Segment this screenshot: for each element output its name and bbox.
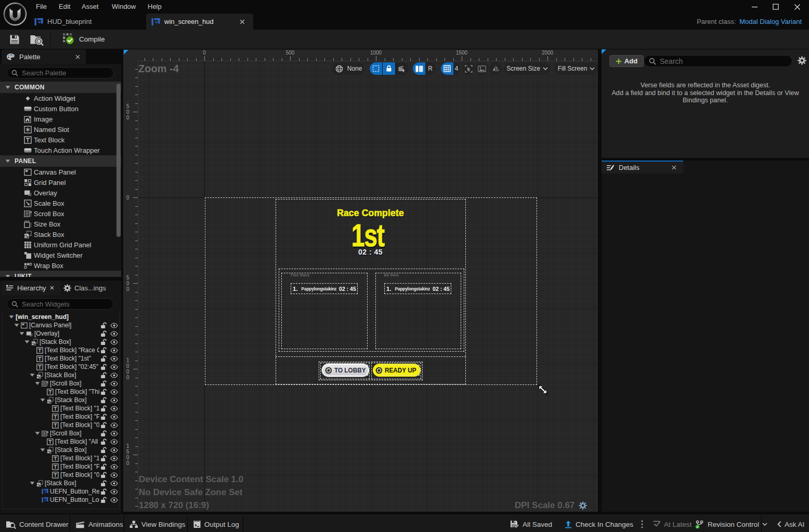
tab-palette[interactable]: Palette: [2, 49, 86, 64]
unlock-icon[interactable]: [100, 347, 107, 354]
statusbar-check-in-changes[interactable]: Check In Changes: [558, 515, 633, 532]
palette-item-wrap-box[interactable]: Wrap Box: [0, 260, 121, 271]
palette-item-scroll-box[interactable]: Scroll Box: [0, 208, 121, 219]
menu-edit[interactable]: Edit: [54, 0, 75, 14]
hierarchy-row[interactable]: [Stack Box]: [3, 396, 119, 404]
panel-splitter[interactable]: [602, 158, 809, 161]
expander-triangle-icon[interactable]: [40, 398, 45, 402]
hierarchy-row[interactable]: [Overlay]: [3, 329, 119, 338]
expander-triangle-icon[interactable]: [40, 448, 45, 452]
visibility-eye-icon[interactable]: [110, 373, 118, 378]
verse-search-input[interactable]: Search: [644, 55, 792, 67]
close-details-icon[interactable]: [672, 165, 676, 170]
to-lobby-button[interactable]: TO LOBBY: [322, 364, 369, 377]
palette-item-canvas-panel[interactable]: Canvas Panel: [0, 167, 121, 177]
palette-item-size-box[interactable]: Size Box: [0, 219, 121, 229]
add-field-button[interactable]: Add: [609, 55, 644, 67]
palette-section-uikit[interactable]: UIKIT: [0, 271, 121, 277]
unlock-icon[interactable]: [100, 455, 107, 462]
unlock-icon[interactable]: [100, 472, 107, 478]
hierarchy-row[interactable]: [Stack Box]: [3, 479, 119, 487]
unlock-icon[interactable]: [100, 397, 107, 404]
visibility-eye-icon[interactable]: [110, 397, 118, 403]
expander-triangle-icon[interactable]: [9, 315, 14, 319]
visibility-eye-icon[interactable]: [110, 331, 118, 337]
unlock-icon[interactable]: [100, 447, 107, 454]
unlock-icon[interactable]: [100, 438, 107, 445]
statusbar-animations[interactable]: Animations: [70, 515, 124, 532]
panel-splitter[interactable]: [121, 49, 123, 513]
visibility-eye-icon[interactable]: [110, 497, 118, 503]
hierarchy-row[interactable]: [Text Block] "All t: [3, 437, 119, 446]
visibility-eye-icon[interactable]: [110, 489, 118, 495]
hierarchy-row[interactable]: [Text Block] "Pa: [3, 462, 119, 471]
visibility-eye-icon[interactable]: [110, 406, 118, 411]
statusbar-content-drawer[interactable]: Content Drawer: [0, 515, 70, 532]
unlock-icon[interactable]: [100, 372, 107, 379]
visibility-eye-icon[interactable]: [110, 464, 118, 470]
expander-triangle-icon[interactable]: [14, 323, 19, 327]
hierarchy-row[interactable]: [Text Block] "Pa: [3, 413, 119, 421]
visibility-eye-icon[interactable]: [110, 439, 118, 445]
palette-item-overlay[interactable]: Overlay: [0, 188, 121, 198]
unlock-icon[interactable]: [100, 380, 107, 387]
visibility-eye-icon[interactable]: [110, 447, 118, 453]
statusbar-more[interactable]: [635, 515, 646, 532]
unlock-icon[interactable]: [100, 414, 107, 420]
menu-file[interactable]: File: [31, 0, 51, 14]
palette-search-input[interactable]: Search Palette: [7, 67, 114, 78]
compile-button[interactable]: Compile: [62, 33, 105, 46]
hierarchy-row[interactable]: [Canvas Panel]: [3, 321, 119, 329]
expander-triangle-icon[interactable]: [35, 431, 40, 435]
visibility-eye-icon[interactable]: [110, 356, 118, 362]
close-window-button[interactable]: [788, 1, 806, 13]
visibility-eye-icon[interactable]: [110, 381, 118, 387]
save-icon[interactable]: [9, 34, 20, 45]
verse-settings-gear-icon[interactable]: [798, 56, 806, 65]
visibility-eye-icon[interactable]: [110, 481, 118, 486]
ready-up-button[interactable]: READY UP: [373, 364, 421, 377]
statusbar-at-latest[interactable]: At Latest: [647, 515, 688, 532]
unlock-icon[interactable]: [100, 430, 107, 437]
hierarchy-row[interactable]: [win_screen_hud]: [3, 313, 119, 321]
statusbar-view-bindings[interactable]: View Bindings: [124, 515, 187, 532]
browse-to-asset-icon[interactable]: [30, 34, 44, 46]
hierarchy-row[interactable]: [Scroll Box]: [3, 429, 119, 437]
close-hierarchy-icon[interactable]: [50, 286, 54, 290]
tab-class-settings[interactable]: Clas...ings: [61, 281, 113, 295]
menu-window[interactable]: Window: [107, 0, 140, 14]
palette-item-grid-panel[interactable]: Grid Panel: [0, 177, 121, 188]
menu-asset[interactable]: Asset: [77, 0, 103, 14]
palette-item-stack-box[interactable]: Stack Box: [0, 229, 121, 240]
hierarchy-row[interactable]: [Text Block] "Thi: [3, 388, 119, 396]
unlock-icon[interactable]: [100, 422, 107, 429]
visibility-eye-icon[interactable]: [110, 323, 118, 328]
tab-hud-blueprint[interactable]: HUD_blueprint: [34, 14, 92, 30]
designer-viewport[interactable]: 0500100015002000 500050010001500 Zoom -4…: [123, 49, 598, 512]
dpi-gear-icon[interactable]: [579, 501, 587, 510]
visibility-eye-icon[interactable]: [110, 389, 118, 395]
palette-section-common[interactable]: COMMON: [0, 82, 121, 93]
unlock-icon[interactable]: [100, 463, 107, 470]
unlock-icon[interactable]: [100, 330, 107, 337]
menu-help[interactable]: Help: [143, 0, 166, 14]
unlock-icon[interactable]: [100, 497, 107, 503]
expander-triangle-icon[interactable]: [24, 340, 30, 344]
palette-item-action-widget[interactable]: Action Widget: [0, 93, 121, 103]
palette-scrollbar[interactable]: [116, 84, 121, 237]
unlock-icon[interactable]: [100, 480, 107, 487]
unlock-icon[interactable]: [100, 389, 107, 395]
parent-class-link[interactable]: Modal Dialog Variant: [739, 18, 802, 25]
resize-handle-icon[interactable]: [538, 384, 548, 395]
close-palette-icon[interactable]: [75, 55, 80, 59]
hierarchy-row[interactable]: [Text Block] "0:: [3, 471, 119, 479]
unlock-icon[interactable]: [100, 488, 107, 495]
palette-item-named-slot[interactable]: Named Slot: [0, 124, 121, 135]
hierarchy-row[interactable]: [Text Block] "Race Co: [3, 346, 119, 354]
unlock-icon[interactable]: [100, 405, 107, 412]
tab-win-screen-hud[interactable]: win_screen_hud: [146, 14, 253, 30]
statusbar-revision-control[interactable]: Revision Control: [689, 515, 768, 532]
expander-triangle-icon[interactable]: [35, 381, 40, 385]
hierarchy-row[interactable]: [Stack Box]: [3, 446, 119, 454]
visibility-eye-icon[interactable]: [110, 472, 118, 478]
